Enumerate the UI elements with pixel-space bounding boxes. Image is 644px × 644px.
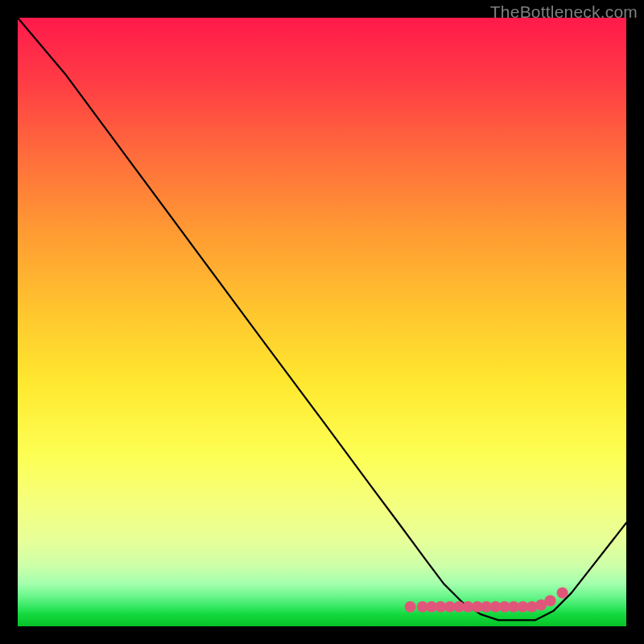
- optimal-marker: [545, 595, 556, 606]
- gradient-bg: [18, 18, 626, 626]
- plot-area: [18, 18, 626, 626]
- chart-stage: TheBottleneck.com: [0, 0, 644, 644]
- chart-svg: [18, 18, 626, 626]
- optimal-marker: [405, 601, 416, 613]
- optimal-marker: [557, 587, 568, 598]
